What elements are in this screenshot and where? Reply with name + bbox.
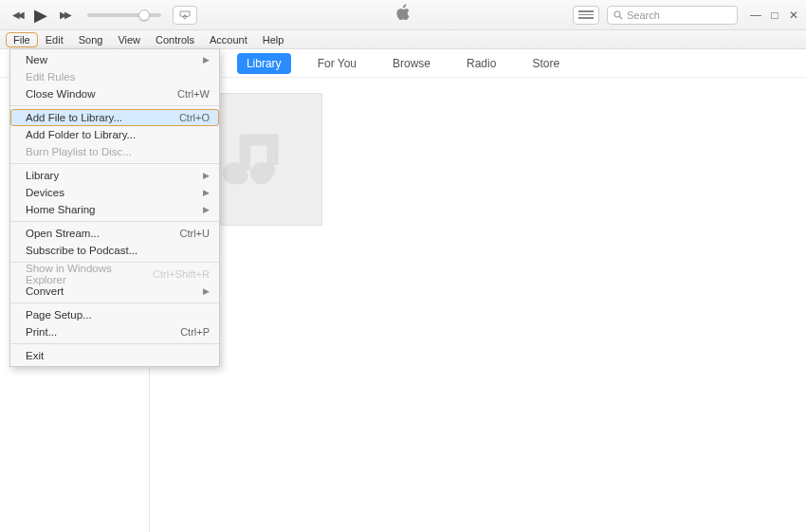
menu-item-show-explorer: Show in Windows ExplorerCtrl+Shift+R [10,266,219,283]
menu-separator [10,221,219,222]
chevron-right-icon: ▶ [203,286,210,296]
menu-item-print[interactable]: Print...Ctrl+P [10,323,219,340]
menu-song[interactable]: Song [71,32,111,47]
menu-item-page-setup[interactable]: Page Setup... [10,306,219,323]
search-input[interactable]: Search [607,6,738,25]
menu-file[interactable]: File [6,32,38,47]
menu-item-open-stream[interactable]: Open Stream...Ctrl+U [10,225,219,242]
menu-help[interactable]: Help [255,32,292,47]
maximize-button[interactable]: □ [768,9,781,22]
menu-item-devices[interactable]: Devices▶ [10,184,219,201]
menu-item-home-sharing[interactable]: Home Sharing▶ [10,201,219,218]
menu-account[interactable]: Account [202,32,255,47]
chevron-right-icon: ▶ [203,205,210,214]
menu-separator [10,343,219,344]
menu-item-edit-rules: Edit Rules [10,68,219,85]
chevron-right-icon: ▶ [203,188,210,197]
next-button[interactable]: ▶▶ [55,6,74,25]
menu-view[interactable]: View [110,32,148,47]
search-icon [614,10,623,20]
window-controls: — □ ✕ [749,9,800,22]
search-placeholder: Search [627,9,660,21]
music-note-icon [223,126,289,193]
menu-edit[interactable]: Edit [38,32,71,47]
file-dropdown-menu: New▶ Edit Rules Close WindowCtrl+W Add F… [9,48,220,367]
apple-logo [394,4,412,27]
tab-store[interactable]: Store [522,53,569,74]
toolbar-right: Search — □ ✕ [573,6,800,25]
previous-button[interactable]: ◀◀ [8,6,27,25]
menu-item-close-window[interactable]: Close WindowCtrl+W [10,85,219,102]
menu-item-new[interactable]: New▶ [10,51,219,68]
menu-controls[interactable]: Controls [148,32,202,47]
player-toolbar: ◀◀ ▶ ▶▶ Search — □ ✕ [0,0,806,30]
list-view-button[interactable] [573,6,599,25]
volume-thumb[interactable] [138,9,150,21]
menu-bar: File Edit Song View Controls Account Hel… [0,30,806,49]
close-button[interactable]: ✕ [787,9,800,22]
menu-item-subscribe-podcast[interactable]: Subscribe to Podcast... [10,242,219,259]
playback-controls: ◀◀ ▶ ▶▶ [8,6,74,25]
minimize-button[interactable]: — [749,9,762,22]
menu-separator [10,105,219,106]
tab-library[interactable]: Library [237,53,291,74]
svg-point-0 [614,11,620,17]
menu-item-add-folder[interactable]: Add Folder to Library... [10,126,219,143]
main-panel [150,78,806,532]
chevron-right-icon: ▶ [203,171,210,180]
menu-item-convert[interactable]: Convert▶ [10,283,219,300]
tab-for-you[interactable]: For You [308,53,366,74]
chevron-right-icon: ▶ [203,55,210,64]
menu-item-add-file[interactable]: Add File to Library...Ctrl+O [10,109,219,126]
tab-browse[interactable]: Browse [383,53,440,74]
menu-separator [10,163,219,164]
volume-slider[interactable] [87,13,161,17]
airplay-button[interactable] [173,6,197,25]
menu-separator [10,303,219,303]
svg-line-1 [620,16,623,19]
menu-item-burn: Burn Playlist to Disc... [10,143,219,160]
menu-item-exit[interactable]: Exit [10,347,219,364]
menu-item-library[interactable]: Library▶ [10,167,219,184]
tab-radio[interactable]: Radio [457,53,505,74]
play-button[interactable]: ▶ [31,6,50,25]
